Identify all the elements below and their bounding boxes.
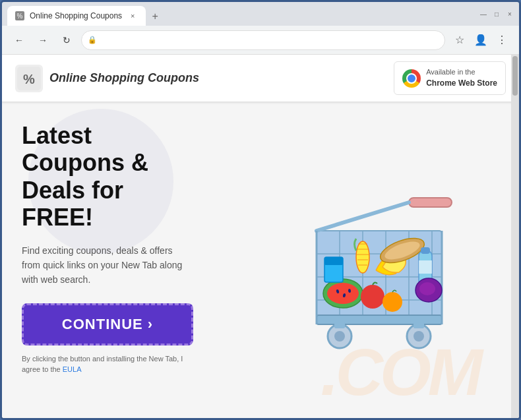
right-content bbox=[239, 122, 499, 405]
shopping-cart-image bbox=[264, 171, 475, 356]
close-button[interactable]: × bbox=[506, 10, 514, 18]
headline: Latest Coupons & Deals for FREE! bbox=[22, 122, 239, 231]
menu-button[interactable]: ⋮ bbox=[493, 31, 511, 49]
minimize-button[interactable]: — bbox=[479, 10, 487, 18]
new-tab-button[interactable]: + bbox=[146, 7, 164, 26]
headline-line1: Latest bbox=[22, 122, 92, 149]
tab-favicon: % bbox=[15, 11, 24, 20]
page-content: % Online Shopping Coupons Available in t… bbox=[2, 55, 519, 418]
svg-rect-30 bbox=[421, 247, 430, 254]
address-bar: ← → ↻ 🔒 ☆ 👤 ⋮ bbox=[2, 26, 519, 55]
badge-text: Available in the Chrome Web Store bbox=[426, 67, 497, 88]
chrome-store-badge[interactable]: Available in the Chrome Web Store bbox=[394, 61, 506, 94]
main-section: .COM Latest Coupons & Deals for FREE! Fi… bbox=[2, 102, 519, 418]
window-controls: — □ × bbox=[474, 10, 514, 18]
svg-rect-20 bbox=[334, 322, 345, 328]
chrome-logo-icon bbox=[402, 69, 421, 88]
page-inner: % Online Shopping Coupons Available in t… bbox=[2, 55, 519, 418]
site-logo: % Online Shopping Coupons bbox=[15, 65, 199, 92]
svg-rect-12 bbox=[409, 198, 452, 207]
headline-line2: Coupons & bbox=[22, 149, 148, 176]
maximize-button[interactable]: □ bbox=[493, 10, 501, 18]
svg-point-33 bbox=[383, 292, 402, 312]
svg-point-23 bbox=[327, 283, 359, 304]
svg-text:%: % bbox=[23, 72, 35, 86]
site-header: % Online Shopping Coupons Available in t… bbox=[2, 55, 519, 102]
continue-button[interactable]: CONTINUE › bbox=[22, 303, 193, 345]
tab-close-button[interactable]: × bbox=[127, 11, 138, 21]
logo-text: Online Shopping Coupons bbox=[49, 71, 199, 85]
forward-button[interactable]: → bbox=[34, 31, 52, 49]
svg-rect-21 bbox=[414, 322, 424, 328]
scrollbar[interactable] bbox=[511, 55, 519, 418]
refresh-button[interactable]: ↻ bbox=[57, 31, 76, 49]
svg-point-17 bbox=[334, 331, 345, 342]
svg-line-13 bbox=[317, 202, 409, 231]
tab-title: Online Shopping Coupons bbox=[30, 11, 122, 20]
title-bar: % Online Shopping Coupons × + — □ × bbox=[2, 2, 519, 26]
bookmark-button[interactable]: ☆ bbox=[450, 31, 469, 49]
svg-rect-31 bbox=[419, 260, 432, 274]
badge-line1: Available in the bbox=[426, 68, 475, 76]
scrollbar-thumb[interactable] bbox=[512, 56, 518, 96]
account-button[interactable]: 👤 bbox=[472, 31, 490, 49]
address-actions: ☆ 👤 ⋮ bbox=[450, 31, 511, 49]
back-button[interactable]: ← bbox=[10, 31, 28, 49]
address-wrapper: 🔒 bbox=[81, 30, 445, 50]
svg-point-19 bbox=[414, 331, 424, 342]
svg-rect-37 bbox=[324, 257, 343, 265]
lock-icon: 🔒 bbox=[88, 36, 97, 44]
left-content: Latest Coupons & Deals for FREE! Find ex… bbox=[22, 122, 239, 405]
tab-area: % Online Shopping Coupons × + bbox=[7, 2, 472, 26]
browser-window: % Online Shopping Coupons × + — □ × ← → … bbox=[0, 0, 521, 420]
terms-prefix: By clicking the button and installing th… bbox=[22, 355, 183, 374]
subtitle-text: Find exciting coupons, deals & offers fr… bbox=[22, 243, 193, 287]
headline-line3: Deals for bbox=[22, 177, 123, 204]
svg-point-38 bbox=[356, 241, 369, 273]
logo-icon: % bbox=[15, 65, 43, 92]
badge-line2: Chrome Web Store bbox=[426, 78, 497, 89]
headline-line4: FREE! bbox=[22, 204, 93, 231]
terms-text: By clicking the button and installing th… bbox=[22, 353, 193, 375]
svg-point-35 bbox=[419, 282, 435, 295]
eula-link[interactable]: EULA bbox=[63, 365, 82, 373]
address-input[interactable] bbox=[81, 30, 445, 50]
svg-point-32 bbox=[361, 285, 384, 309]
active-tab[interactable]: % Online Shopping Coupons × bbox=[7, 6, 146, 26]
